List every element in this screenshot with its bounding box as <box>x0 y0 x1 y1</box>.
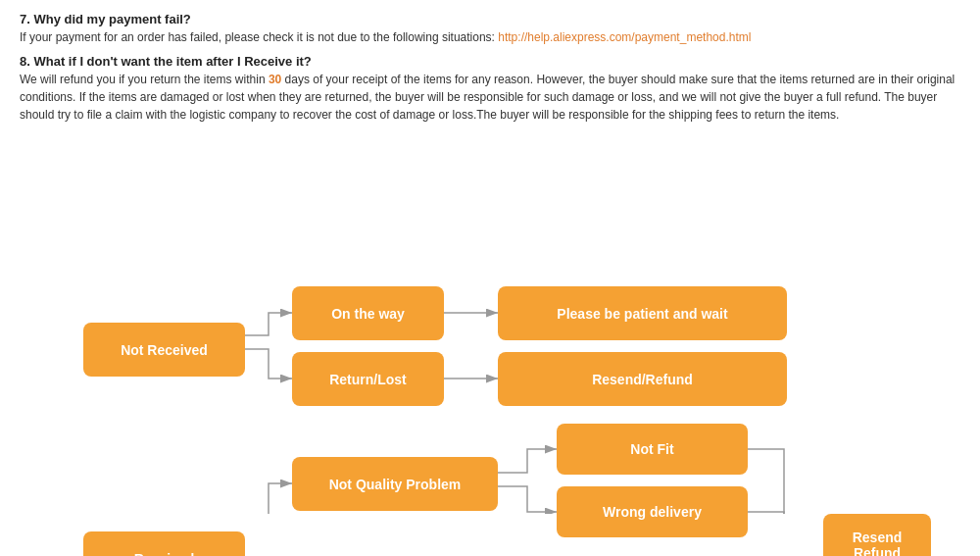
wrong-delivery-box: Wrong delivery <box>557 486 748 537</box>
please-wait-box: Please be patient and wait <box>498 286 787 340</box>
days-highlight: 30 <box>269 73 281 86</box>
resend-refund-top-box: Resend/Refund <box>498 352 787 406</box>
not-quality-problem-box: Not Quality Problem <box>292 457 498 511</box>
diagram-area: Not Received On the way Return/Lost Plea… <box>20 131 960 514</box>
question-8-section: 8. What if I don't want the item after I… <box>20 54 960 124</box>
not-received-box: Not Received <box>83 323 245 377</box>
question-7-title: 7. Why did my payment fail? <box>20 12 960 26</box>
question-8-body: We will refund you if you return the ite… <box>20 71 960 124</box>
received-box: Received <box>83 531 245 556</box>
not-fit-box: Not Fit <box>557 424 748 475</box>
return-lost-box: Return/Lost <box>292 352 444 406</box>
payment-link[interactable]: http://help.aliexpress.com/payment_metho… <box>498 30 751 44</box>
on-the-way-box: On the way <box>292 286 444 340</box>
question-7-body: If your payment for an order has failed,… <box>20 28 960 46</box>
question-8-title: 8. What if I don't want the item after I… <box>20 54 960 69</box>
page: 7. Why did my payment fail? If your paym… <box>0 0 980 556</box>
question-7-section: 7. Why did my payment fail? If your paym… <box>20 12 960 46</box>
resend-refund-discount-box: Resend Refund Discount <box>823 514 931 556</box>
